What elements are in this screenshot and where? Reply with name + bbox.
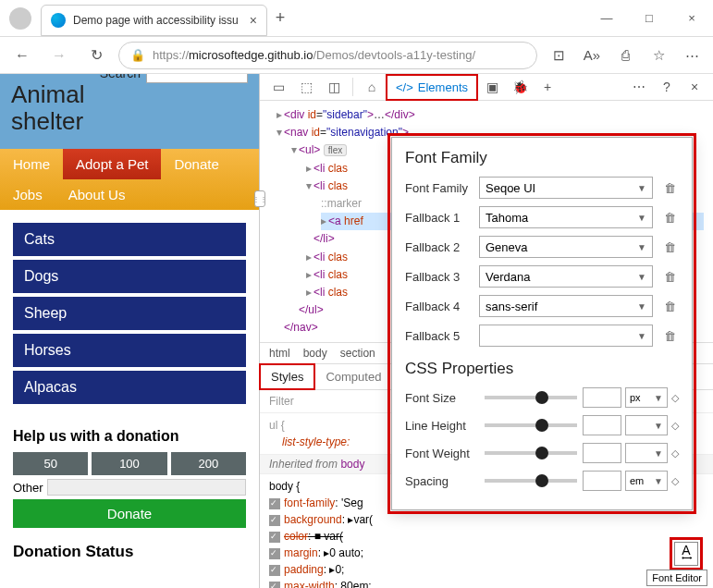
fe-label: Fallback 2: [405, 240, 479, 254]
back-button[interactable]: ←: [7, 41, 37, 70]
fe-spinner-0[interactable]: ◇: [671, 392, 679, 404]
category-dogs[interactable]: Dogs: [13, 260, 246, 293]
amount-100[interactable]: 100: [92, 452, 166, 475]
category-alpacas[interactable]: Alpacas: [13, 371, 246, 404]
address-bar: ← → ↻ 🔒 https://microsoftedge.github.io/…: [0, 37, 713, 74]
add-tab-icon[interactable]: +: [535, 74, 560, 100]
maximize-button[interactable]: □: [628, 5, 670, 32]
other-input[interactable]: [47, 479, 246, 496]
trash-icon[interactable]: 🗑: [660, 240, 679, 254]
minimize-button[interactable]: —: [585, 5, 628, 32]
bug-icon[interactable]: 🐞: [507, 74, 533, 100]
fe-spinner-1[interactable]: ◇: [671, 420, 679, 432]
trash-icon[interactable]: 🗑: [660, 329, 679, 343]
trash-icon[interactable]: 🗑: [660, 211, 679, 225]
fe-prop-label: Line Height: [405, 419, 479, 433]
edge-icon: [51, 13, 66, 28]
css-props-heading: CSS Properties: [405, 360, 679, 378]
trash-icon[interactable]: 🗑: [660, 300, 679, 313]
panel-icon[interactable]: ◫: [321, 74, 347, 100]
donate-button[interactable]: Donate: [13, 499, 246, 528]
devtools-panel: ⋮⋮ ▭ ⬚ ◫ ⌂ </> Elements ▣ 🐞 + ⋯ ? × ▸<di…: [259, 74, 713, 588]
fe-label: Font Family: [405, 181, 479, 195]
trash-icon[interactable]: 🗑: [660, 270, 679, 284]
font-editor-tooltip: Font Editor: [646, 570, 707, 586]
refresh-button[interactable]: ↻: [81, 41, 111, 70]
fe-value-1[interactable]: [583, 415, 621, 435]
drag-handle[interactable]: ⋮⋮: [254, 190, 265, 207]
page-content: Search Animalshelter Home Adopt a Pet Do…: [0, 74, 259, 588]
fe-slider-2[interactable]: [485, 451, 577, 455]
favorite-icon[interactable]: ☆: [645, 42, 672, 69]
menu-donate[interactable]: Donate: [161, 149, 231, 179]
category-sheep[interactable]: Sheep: [13, 297, 246, 330]
fe-value-0[interactable]: [583, 387, 621, 408]
fe-select-0[interactable]: Seqoe UI▼: [479, 177, 653, 199]
help-icon[interactable]: ?: [654, 74, 680, 100]
fe-slider-3[interactable]: [485, 479, 577, 483]
computed-tab[interactable]: Computed: [314, 364, 392, 389]
close-tab-icon[interactable]: ×: [250, 13, 257, 28]
read-aloud-icon[interactable]: A»: [578, 42, 606, 69]
main-menu: Home Adopt a Pet Donate Jobs About Us: [0, 149, 259, 210]
window-titlebar: Demo page with accessibility issu × + — …: [0, 0, 713, 37]
site-title: Animalshelter: [11, 81, 248, 134]
fe-prop-label: Font Weight: [405, 447, 479, 460]
search-input[interactable]: [146, 74, 248, 83]
tab-title: Demo page with accessibility issu: [73, 14, 239, 27]
url-text: https://microsoftedge.github.io/Demos/de…: [153, 48, 475, 62]
trash-icon[interactable]: 🗑: [660, 181, 679, 195]
fe-select-3[interactable]: Verdana▼: [479, 265, 653, 288]
category-cats[interactable]: Cats: [13, 223, 246, 256]
inspect-icon[interactable]: ▭: [265, 74, 291, 100]
font-editor-popup: Font Family Font Family Seqoe UI▼ 🗑Fallb…: [391, 137, 693, 510]
search-label: Search: [100, 74, 141, 80]
other-label: Other: [13, 481, 43, 495]
fe-slider-1[interactable]: [485, 423, 577, 427]
fe-label: Fallback 1: [405, 211, 479, 225]
code-icon: </>: [396, 80, 413, 94]
amount-50[interactable]: 50: [13, 452, 88, 475]
amount-200[interactable]: 200: [171, 452, 246, 475]
font-editor-button[interactable]: A⟷: [674, 542, 698, 566]
lock-icon: 🔒: [130, 48, 145, 62]
menu-jobs[interactable]: Jobs: [0, 179, 55, 210]
menu-adopt[interactable]: Adopt a Pet: [63, 149, 161, 179]
more-icon[interactable]: ⋯: [626, 74, 652, 100]
menu-home[interactable]: Home: [0, 149, 63, 179]
fe-unit-3[interactable]: em▼: [625, 471, 668, 491]
forward-button: →: [44, 41, 74, 70]
fe-value-3[interactable]: [583, 471, 621, 491]
new-tab-button[interactable]: +: [267, 8, 293, 28]
fe-spinner-2[interactable]: ◇: [671, 447, 679, 459]
fe-select-4[interactable]: sans-serif▼: [479, 295, 653, 317]
fe-select-2[interactable]: Geneva▼: [479, 236, 653, 258]
url-field[interactable]: 🔒 https://microsoftedge.github.io/Demos/…: [118, 42, 537, 69]
profile-avatar[interactable]: [9, 7, 31, 30]
fe-label: Fallback 5: [405, 329, 479, 343]
category-horses[interactable]: Horses: [13, 334, 246, 367]
elements-tab[interactable]: </> Elements: [387, 75, 477, 100]
close-window-button[interactable]: ×: [670, 5, 713, 32]
fe-select-1[interactable]: Tahoma▼: [479, 206, 653, 228]
fe-slider-0[interactable]: [485, 396, 577, 399]
fe-select-5[interactable]: ▼: [479, 325, 653, 347]
device-icon[interactable]: ⬚: [293, 74, 319, 100]
styles-tab[interactable]: Styles: [260, 364, 314, 389]
app-tab-icon[interactable]: ▣: [479, 74, 505, 100]
app-icon[interactable]: ⊡: [545, 42, 572, 69]
fe-unit-1[interactable]: ▼: [625, 415, 668, 435]
menu-about[interactable]: About Us: [55, 179, 139, 210]
collections-icon[interactable]: ⎙: [611, 42, 639, 69]
fe-prop-label: Font Size: [405, 391, 479, 405]
browser-tab[interactable]: Demo page with accessibility issu ×: [41, 5, 267, 36]
fe-unit-0[interactable]: px▼: [625, 387, 668, 408]
fe-spinner-3[interactable]: ◇: [671, 475, 679, 487]
donate-heading: Help us with a donation: [13, 428, 246, 445]
fe-unit-2[interactable]: ▼: [625, 443, 668, 463]
fe-value-2[interactable]: [583, 443, 621, 463]
close-devtools-icon[interactable]: ×: [682, 74, 707, 100]
welcome-icon[interactable]: ⌂: [359, 74, 385, 100]
fe-label: Fallback 3: [405, 270, 479, 284]
menu-icon[interactable]: ⋯: [678, 42, 706, 69]
